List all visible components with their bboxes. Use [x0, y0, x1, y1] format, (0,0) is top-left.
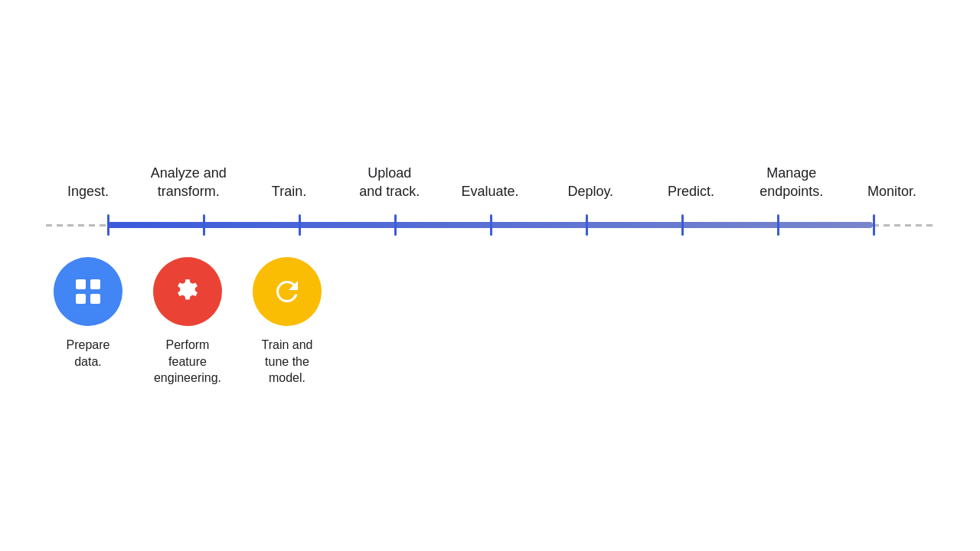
feature-circle [153, 257, 222, 326]
icon-item-train: Train andtune themodel. [245, 257, 329, 386]
prepare-label: Preparedata. [67, 337, 110, 370]
timeline [31, 214, 949, 236]
refresh-icon [270, 275, 304, 308]
tick-4 [490, 214, 492, 236]
tick-0 [107, 214, 109, 236]
label-monitor: Monitor. [850, 183, 934, 201]
timeline-solid [107, 222, 873, 228]
label-ingest: Ingest. [46, 183, 130, 201]
svg-rect-3 [90, 294, 100, 304]
label-train: Train. [247, 183, 332, 201]
train-label: Train andtune themodel. [262, 337, 313, 386]
icons-row: Preparedata. Performfeatureengineering. … [31, 257, 949, 386]
grid-icon [71, 275, 105, 308]
tick-marks [107, 222, 873, 228]
label-manage: Manageendpoints. [750, 165, 834, 201]
svg-rect-1 [90, 279, 100, 289]
label-deploy: Deploy. [548, 183, 632, 201]
main-container: Ingest. Analyze andtransform. Train. Upl… [31, 165, 949, 386]
tick-8 [873, 214, 875, 236]
svg-rect-0 [76, 279, 86, 289]
svg-rect-2 [76, 294, 86, 304]
labels-row: Ingest. Analyze andtransform. Train. Upl… [31, 165, 949, 201]
tick-1 [203, 214, 205, 236]
tick-3 [394, 214, 397, 236]
timeline-dashed-left [46, 224, 107, 227]
timeline-dashed-right [873, 224, 934, 227]
tick-7 [777, 214, 779, 236]
label-analyze: Analyze andtransform. [146, 165, 230, 201]
icon-item-prepare: Preparedata. [46, 257, 130, 370]
train-circle [253, 257, 322, 326]
label-evaluate: Evaluate. [448, 183, 532, 201]
gear-icon [171, 275, 204, 308]
prepare-circle [54, 257, 122, 326]
icon-item-feature: Performfeatureengineering. [145, 257, 230, 386]
tick-2 [299, 214, 301, 236]
label-upload: Uploadand track. [348, 165, 432, 201]
tick-6 [681, 214, 684, 236]
label-predict: Predict. [649, 183, 733, 201]
tick-5 [586, 214, 588, 236]
feature-label: Performfeatureengineering. [154, 337, 221, 386]
